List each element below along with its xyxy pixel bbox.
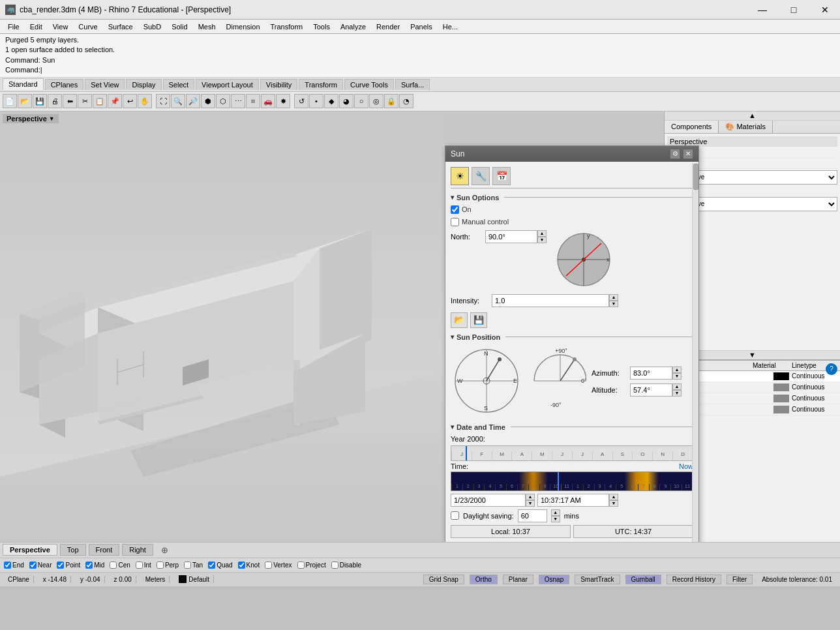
tab-cplanes[interactable]: CPlanes: [45, 79, 84, 90]
osnap-disable[interactable]: Disable: [331, 562, 361, 569]
north-decrement[interactable]: ▼: [537, 237, 547, 243]
load-file-btn[interactable]: 📂: [451, 312, 468, 328]
viewport-label[interactable]: Perspective ▼: [3, 114, 59, 123]
osnap-knot[interactable]: Knot: [238, 562, 260, 569]
sun-panel-scrollbar[interactable]: [692, 163, 698, 542]
status-planar[interactable]: Planar: [503, 575, 533, 584]
osnap-mid[interactable]: Mid: [85, 562, 104, 569]
menu-mesh[interactable]: Mesh: [193, 22, 221, 32]
tab-standard[interactable]: Standard: [3, 78, 44, 90]
sun-on-label[interactable]: On: [451, 205, 472, 214]
scrollbar-thumb[interactable]: [693, 164, 698, 190]
year-timeline[interactable]: J F M A M J J A S O N D: [451, 445, 693, 461]
status-gridsnap[interactable]: Grid Snap: [423, 575, 464, 584]
tb-misc7[interactable]: ◔: [399, 94, 413, 108]
tab-setview[interactable]: Set View: [85, 79, 125, 90]
vptab-add[interactable]: ⊕: [156, 544, 173, 556]
sun-tab-calendar[interactable]: 📅: [492, 167, 511, 185]
tb-zoom-in[interactable]: ⬢: [201, 94, 215, 108]
osnap-tan[interactable]: Tan: [184, 562, 203, 569]
save-file-btn[interactable]: 💾: [470, 312, 487, 328]
osnap-end[interactable]: End: [4, 562, 24, 569]
osnap-vertex[interactable]: Vertex: [265, 562, 292, 569]
tab-viewportlayout[interactable]: Viewport Layout: [196, 79, 259, 90]
tb-new[interactable]: 📄: [3, 94, 17, 108]
menu-view[interactable]: View: [48, 22, 74, 32]
now-btn[interactable]: Now: [679, 462, 693, 470]
tab-transform[interactable]: Transform: [299, 79, 343, 90]
status-smarttrack[interactable]: SmartTrack: [575, 575, 620, 584]
daylight-saving-checkbox[interactable]: [451, 511, 459, 520]
azimuth-input[interactable]: [630, 367, 672, 380]
osnap-near[interactable]: Near: [29, 562, 52, 569]
vptab-front[interactable]: Front: [89, 544, 120, 556]
daylight-increment[interactable]: ▲: [551, 509, 560, 516]
tb-import[interactable]: ⬅: [63, 94, 77, 108]
status-recordhistory[interactable]: Record History: [667, 575, 721, 584]
tab-surface[interactable]: Surfa...: [395, 79, 430, 90]
tb-car[interactable]: 🚗: [261, 94, 275, 108]
menu-tools[interactable]: Tools: [308, 22, 335, 32]
tb-open[interactable]: 📂: [18, 94, 32, 108]
status-filter[interactable]: Filter: [727, 575, 753, 584]
sun-panel-close-btn[interactable]: ✕: [683, 149, 693, 159]
tb-undo[interactable]: ↩: [123, 94, 137, 108]
osnap-int[interactable]: Int: [136, 562, 151, 569]
status-osnap[interactable]: Osnap: [539, 575, 569, 584]
tb-zoom-out[interactable]: ⬡: [216, 94, 230, 108]
osnap-project[interactable]: Project: [297, 562, 326, 569]
sun-tab-settings[interactable]: 🔧: [472, 167, 490, 185]
tb-circlearrow[interactable]: ↺: [294, 94, 308, 108]
tab-visibility[interactable]: Visibility: [260, 79, 298, 90]
tb-paste[interactable]: 📌: [108, 94, 122, 108]
tab-curvetools[interactable]: Curve Tools: [344, 79, 394, 90]
menu-dimension[interactable]: Dimension: [221, 22, 265, 32]
menu-transform[interactable]: Transform: [265, 22, 308, 32]
tb-grid[interactable]: ⋯: [231, 94, 245, 108]
tb-pan[interactable]: ✋: [138, 94, 152, 108]
tb-misc1[interactable]: ✸: [276, 94, 290, 108]
sun-on-checkbox[interactable]: [451, 205, 459, 214]
menu-edit[interactable]: Edit: [25, 22, 48, 32]
osnap-point[interactable]: Point: [57, 562, 80, 569]
manual-control-checkbox[interactable]: [451, 218, 459, 226]
vptab-top[interactable]: Top: [60, 544, 86, 556]
time-bar[interactable]: 1 2 3 4 5 6 7 8 9 10 11 1 2 3 4 5 6: [451, 472, 693, 491]
osnap-cen[interactable]: Cen: [110, 562, 130, 569]
manual-control-label[interactable]: Manual control: [451, 218, 509, 226]
menu-help[interactable]: He...: [438, 22, 463, 32]
azimuth-decrement[interactable]: ▼: [672, 373, 682, 380]
vptab-right[interactable]: Right: [122, 544, 153, 556]
tb-misc5[interactable]: ○: [354, 94, 368, 108]
tb-misc4[interactable]: ◕: [339, 94, 353, 108]
tb-save[interactable]: 💾: [33, 94, 47, 108]
menu-panels[interactable]: Panels: [405, 22, 438, 32]
help-icon[interactable]: ?: [826, 363, 837, 375]
sun-panel-body[interactable]: ☀ 🔧 📅 Sun Options On Manual control: [445, 162, 698, 542]
3d-viewport[interactable]: Perspective ▼: [0, 112, 445, 542]
vptab-perspective[interactable]: Perspective: [3, 544, 57, 556]
tb-zoom-window[interactable]: 🔍: [171, 94, 185, 108]
north-value-input[interactable]: [485, 230, 537, 243]
intensity-decrement[interactable]: ▼: [609, 301, 618, 307]
menu-analyze[interactable]: Analyze: [335, 22, 371, 32]
tb-copy[interactable]: 📋: [93, 94, 107, 108]
tb-misc3[interactable]: ◆: [324, 94, 338, 108]
altitude-increment[interactable]: ▲: [672, 383, 682, 390]
status-ortho[interactable]: Ortho: [470, 575, 498, 584]
tab-materials[interactable]: 🎨 Materials: [719, 121, 773, 133]
sun-tab-sun[interactable]: ☀: [451, 167, 469, 185]
menu-render[interactable]: Render: [371, 22, 405, 32]
tb-cut[interactable]: ✂: [78, 94, 92, 108]
tb-print[interactable]: 🖨: [48, 94, 62, 108]
daylight-decrement[interactable]: ▼: [551, 516, 560, 522]
tb-misc6[interactable]: ◎: [369, 94, 383, 108]
azimuth-increment[interactable]: ▲: [672, 367, 682, 373]
altitude-input[interactable]: [630, 383, 672, 397]
status-gumball[interactable]: Gumball: [625, 575, 661, 584]
close-button[interactable]: ✕: [810, 0, 840, 20]
date-increment[interactable]: ▲: [526, 494, 535, 500]
time-input[interactable]: [537, 494, 609, 507]
tab-display[interactable]: Display: [126, 79, 161, 90]
menu-surface[interactable]: Surface: [103, 22, 138, 32]
